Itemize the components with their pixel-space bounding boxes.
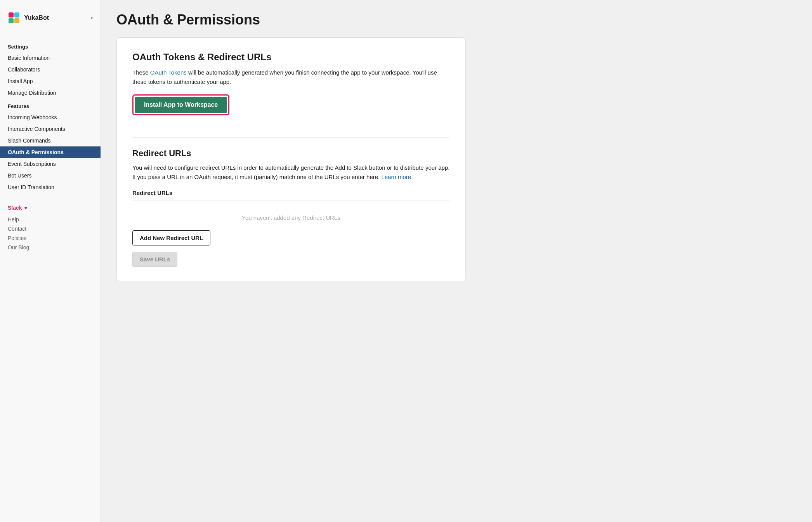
svg-rect-3 (14, 18, 19, 23)
main-content: OAuth & Permissions OAuth Tokens & Redir… (101, 0, 812, 522)
main-card: OAuth Tokens & Redirect URLs These OAuth… (116, 37, 466, 281)
redirect-urls-description: You will need to configure redirect URLs… (132, 163, 450, 182)
footer-link-policies[interactable]: Policies (8, 233, 93, 243)
sidebar-item-slash-commands[interactable]: Slash Commands (0, 135, 101, 146)
redirect-table-divider (132, 200, 450, 200)
sidebar-item-basic-information[interactable]: Basic Information (0, 52, 101, 64)
heart-icon: ♥ (24, 205, 28, 211)
page-title: OAuth & Permissions (116, 12, 796, 28)
svg-rect-1 (14, 12, 19, 17)
save-urls-button[interactable]: Save URLs (132, 252, 177, 267)
svg-rect-0 (9, 12, 14, 17)
settings-section-title: Settings (0, 39, 101, 52)
svg-rect-2 (9, 18, 14, 23)
oauth-tokens-section: OAuth Tokens & Redirect URLs These OAuth… (132, 52, 450, 126)
desc-before-link: These (132, 69, 150, 76)
app-name: YukaBot (24, 14, 87, 21)
redirect-urls-empty-state: You haven't added any Redirect URLs (132, 207, 450, 230)
sidebar-item-bot-users[interactable]: Bot Users (0, 170, 101, 181)
sidebar-footer: Slack ♥ Help Contact Policies Our Blog (0, 205, 101, 252)
sidebar-item-interactive-components[interactable]: Interactive Components (0, 123, 101, 135)
add-new-redirect-url-button[interactable]: Add New Redirect URL (132, 230, 210, 245)
oauth-tokens-link[interactable]: OAuth Tokens (150, 69, 187, 76)
oauth-tokens-title: OAuth Tokens & Redirect URLs (132, 52, 450, 63)
slack-brand: Slack ♥ (8, 205, 93, 211)
sidebar-item-manage-distribution[interactable]: Manage Distribution (0, 87, 101, 99)
chevron-down-icon: ▾ (91, 16, 93, 20)
footer-link-contact[interactable]: Contact (8, 224, 93, 233)
learn-more-link[interactable]: Learn more. (381, 174, 413, 180)
sidebar: YukaBot ▾ Settings Basic Information Col… (0, 0, 101, 522)
redirect-urls-title: Redirect URLs (132, 148, 450, 158)
sidebar-item-event-subscriptions[interactable]: Event Subscriptions (0, 158, 101, 170)
footer-link-help[interactable]: Help (8, 215, 93, 224)
save-urls-wrapper: Save URLs (132, 252, 450, 267)
install-btn-wrapper: Install App to Workspace (132, 94, 229, 115)
sidebar-item-user-id-translation[interactable]: User ID Translation (0, 181, 101, 193)
features-section-title: Features (0, 99, 101, 111)
slack-brand-text: Slack (8, 205, 22, 211)
install-app-to-workspace-button[interactable]: Install App to Workspace (135, 97, 227, 113)
oauth-tokens-description: These OAuth Tokens will be automatically… (132, 68, 450, 87)
redirect-urls-section: Redirect URLs You will need to configure… (132, 148, 450, 267)
footer-link-blog[interactable]: Our Blog (8, 243, 93, 252)
app-selector[interactable]: YukaBot ▾ (0, 8, 101, 32)
section-divider (132, 137, 450, 137)
redirect-actions: Add New Redirect URL (132, 230, 450, 252)
sidebar-item-oauth-permissions[interactable]: OAuth & Permissions (0, 146, 101, 158)
redirect-urls-label: Redirect URLs (132, 190, 450, 196)
sidebar-item-install-app[interactable]: Install App (0, 75, 101, 87)
sidebar-item-incoming-webhooks[interactable]: Incoming Webhooks (0, 111, 101, 123)
sidebar-item-collaborators[interactable]: Collaborators (0, 64, 101, 75)
app-icon (8, 12, 20, 24)
